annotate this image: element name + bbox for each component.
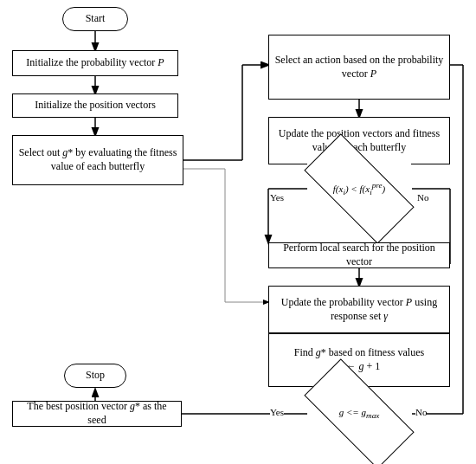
best-pos-label: The best position vector g* as the seed [18, 400, 176, 427]
yes2-text: Yes [270, 407, 284, 417]
init-pos-label: Initialize the position vectors [35, 99, 156, 113]
no-label-1: No [417, 192, 428, 203]
select-action-label: Select an action based on the probabilit… [274, 54, 444, 81]
update-prob-node: Update the probability vector P using re… [268, 286, 450, 333]
yes-label-2: Yes [270, 407, 284, 417]
init-prob-label: Initialize the probability vector P [26, 56, 164, 70]
yes-label-1: Yes [270, 192, 284, 203]
yes1-text: Yes [270, 192, 284, 203]
find-gstar-label: Find g* based on fitness valuesg ← g + 1 [294, 346, 424, 373]
select-gstar-label: Select out g* by evaluating the fitness … [18, 146, 177, 173]
no1-text: No [417, 192, 428, 203]
stop-label: Stop [86, 369, 105, 383]
local-search-node: Perform local search for the position ve… [268, 242, 450, 268]
update-prob-label: Update the probability vector P using re… [274, 296, 444, 323]
local-search-label: Perform local search for the position ve… [274, 242, 444, 268]
no-label-2: No [415, 407, 427, 417]
stop-node: Stop [64, 364, 126, 388]
init-prob-node: Initialize the probability vector P [12, 50, 178, 76]
condition1-node: f(xi) < f(xipre) [307, 163, 411, 215]
best-pos-node: The best position vector g* as the seed [12, 401, 182, 427]
condition2-node: g <= gmax [307, 388, 411, 440]
select-gstar-node: Select out g* by evaluating the fitness … [12, 135, 183, 185]
start-node: Start [62, 7, 128, 31]
no2-text: No [415, 407, 427, 417]
init-pos-node: Initialize the position vectors [12, 93, 178, 118]
update-pos-label: Update the position vectors and fitness … [274, 127, 444, 154]
start-label: Start [86, 12, 106, 26]
select-action-node: Select an action based on the probabilit… [268, 35, 450, 100]
flowchart: Start Initialize the probability vector … [0, 0, 476, 464]
